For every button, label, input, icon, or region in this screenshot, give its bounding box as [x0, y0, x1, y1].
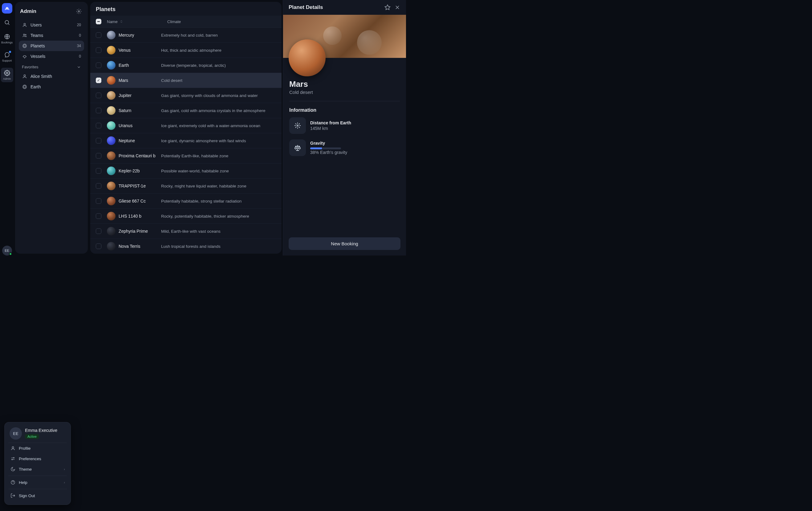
table-row[interactable]: Zephyria PrimeMild, Earth-like with vast…	[90, 224, 282, 239]
sidebar-item-planets[interactable]: Planets34	[19, 41, 84, 51]
select-all-checkbox[interactable]	[96, 19, 102, 24]
table-row[interactable]: EarthDiverse (temperate, tropical, arcti…	[90, 58, 282, 73]
svg-point-7	[25, 34, 26, 35]
table-row[interactable]: VenusHot, thick and acidic atmosphere	[90, 43, 282, 58]
table-row[interactable]: UranusIce giant, extremely cold with a w…	[90, 118, 282, 133]
table-row[interactable]: Proxima Centauri bPotentially Earth-like…	[90, 148, 282, 163]
compass-icon	[289, 117, 306, 134]
row-checkbox[interactable]	[96, 62, 102, 68]
rail-search[interactable]	[1, 17, 13, 28]
row-checkbox[interactable]	[96, 168, 102, 174]
row-checkbox[interactable]	[96, 93, 102, 98]
gravity-value: 38% Earth's gravity	[310, 150, 400, 155]
svg-point-6	[23, 34, 25, 35]
rail-admin[interactable]: Admin	[1, 68, 13, 82]
chat-icon	[4, 52, 10, 58]
sidebar-item-users[interactable]: Users20	[19, 20, 84, 30]
table-row[interactable]: SaturnGas giant, cold with ammonia cryst…	[90, 103, 282, 118]
row-checkbox[interactable]	[96, 213, 102, 219]
planet-name-cell: Jupiter	[119, 93, 132, 98]
rail-bookings[interactable]: Bookings	[1, 31, 13, 46]
svg-point-5	[24, 23, 25, 25]
close-icon[interactable]	[394, 4, 401, 10]
planet-name-cell: Mars	[119, 78, 128, 83]
star-icon[interactable]	[384, 4, 390, 10]
planet-name-cell: Kepler-22b	[119, 169, 140, 173]
planet-climate-cell: Ice giant, dynamic atmosphere with fast …	[161, 139, 276, 143]
planet-name-cell: Nova Terris	[119, 244, 141, 249]
sidebar-item-vessels[interactable]: Vessels0	[19, 51, 84, 62]
svg-point-13	[297, 125, 298, 126]
details-title: Planet Details	[289, 4, 323, 10]
row-checkbox[interactable]	[96, 243, 102, 249]
column-name[interactable]: Name	[107, 20, 162, 24]
planet-avatar	[107, 167, 116, 175]
planet-climate-cell: Rocky, potentially habitable, thicker at…	[161, 214, 276, 218]
row-checkbox[interactable]	[96, 183, 102, 189]
planet-avatar	[107, 227, 116, 236]
row-checkbox[interactable]	[96, 48, 102, 53]
planet-climate-cell: Ice giant, extremely cold with a water-a…	[161, 123, 276, 128]
planet-name-cell: TRAPPIST-1e	[119, 183, 146, 188]
chevron-down-icon	[77, 65, 81, 69]
row-checkbox[interactable]	[96, 108, 102, 113]
planet-avatar	[107, 46, 116, 55]
planet-name-cell: Zephyria Prime	[119, 229, 148, 234]
rail-admin-label: Admin	[3, 77, 11, 80]
favorite-item[interactable]: Earth	[19, 82, 84, 92]
table-row[interactable]: Kepler-22bPossible water-world, habitabl…	[90, 163, 282, 179]
column-climate[interactable]: Climate	[167, 20, 276, 24]
planet-avatar	[107, 151, 116, 160]
row-checkbox[interactable]	[96, 32, 102, 38]
svg-point-8	[24, 45, 26, 47]
table-row[interactable]: Gliese 667 CcPotentially habitable, stro…	[90, 193, 282, 209]
favorites-header[interactable]: Favorites	[19, 62, 84, 71]
notification-dot	[9, 51, 11, 53]
table-row[interactable]: MercuryExtremely hot and cold, barren	[90, 28, 282, 43]
distance-value: 145M km	[310, 126, 400, 131]
new-booking-button[interactable]: New Booking	[289, 237, 401, 250]
planet-climate-cell: Extremely hot and cold, barren	[161, 33, 276, 37]
row-checkbox[interactable]	[96, 153, 102, 158]
planet-climate-cell: Potentially habitable, strong stellar ra…	[161, 199, 276, 204]
sidebar-item-teams[interactable]: Teams0	[19, 30, 84, 41]
scale-icon	[289, 140, 306, 156]
planet-climate-cell: Diverse (temperate, tropical, arctic)	[161, 63, 276, 68]
planet-name: Mars	[289, 80, 400, 89]
planet-avatar	[107, 76, 116, 85]
planet-name-cell: LHS 1140 b	[119, 214, 141, 218]
row-checkbox[interactable]	[96, 123, 102, 128]
row-checkbox[interactable]: ✓	[96, 78, 102, 83]
page-title: Planets	[96, 6, 276, 12]
rail-support[interactable]: Support	[1, 50, 13, 64]
table-row[interactable]: ✓MarsCold desert	[90, 73, 282, 88]
table-row[interactable]: JupiterGas giant, stormy with clouds of …	[90, 88, 282, 103]
table-row[interactable]: NeptuneIce giant, dynamic atmosphere wit…	[90, 133, 282, 148]
planet-avatar	[107, 31, 116, 39]
planet-climate-cell: Rocky, might have liquid water, habitabl…	[161, 184, 276, 188]
row-checkbox[interactable]	[96, 229, 102, 234]
planet-name-cell: Saturn	[119, 108, 131, 113]
planet-avatar	[107, 197, 116, 205]
planet-avatar	[107, 137, 116, 145]
svg-point-3	[6, 72, 8, 74]
app-logo[interactable]	[2, 3, 12, 13]
favorite-item[interactable]: Alice Smith	[19, 71, 84, 82]
sidebar-settings-button[interactable]	[75, 7, 83, 16]
planet-name-cell: Venus	[119, 48, 130, 53]
row-checkbox[interactable]	[96, 138, 102, 144]
nav-icon	[22, 43, 27, 49]
row-checkbox[interactable]	[96, 198, 102, 204]
main-panel: Planets Name Climate MercuryExtremely ho…	[90, 2, 282, 254]
sort-icon	[119, 20, 123, 23]
table-row[interactable]: TRAPPIST-1eRocky, might have liquid wate…	[90, 179, 282, 193]
svg-point-11	[24, 86, 26, 88]
svg-point-4	[78, 11, 80, 12]
table-row[interactable]: Nova TerrisLush tropical forests and isl…	[90, 239, 282, 254]
svg-point-1	[5, 20, 9, 24]
info-distance: Distance from Earth 145M km	[289, 117, 400, 134]
svg-point-12	[23, 85, 27, 89]
user-avatar[interactable]: EE	[2, 246, 12, 256]
table-row[interactable]: LHS 1140 bRocky, potentially habitable, …	[90, 209, 282, 224]
planet-name-cell: Mercury	[119, 33, 134, 37]
